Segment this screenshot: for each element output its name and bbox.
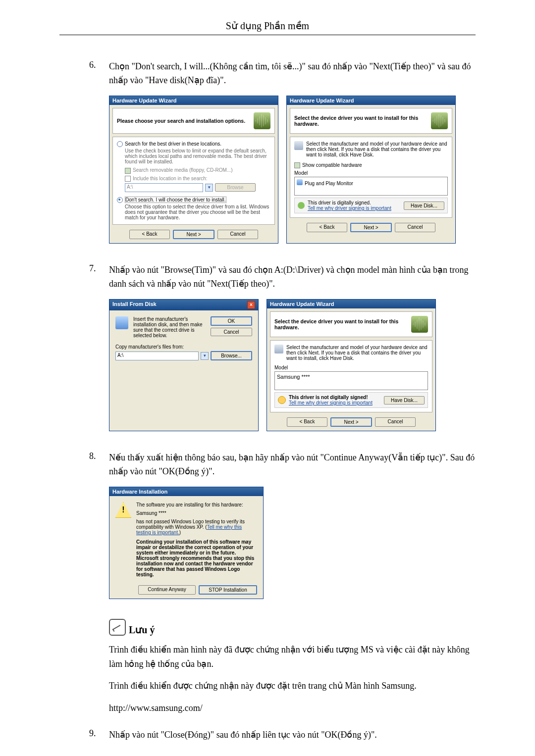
radio-dont-search-label: Don't search. I will choose the driver t… <box>125 197 226 203</box>
select-desc: Select the manufacturer and model of you… <box>286 345 428 361</box>
step-6-text: Chọn "Don't search, I will...(Không cần … <box>109 60 476 88</box>
step-8-text: Nếu thấy xuất hiện thông báo sau, bạn hã… <box>109 451 476 479</box>
checkbox-include-loc-label: Include this location in the search: <box>133 176 208 181</box>
checkbox-show-compatible[interactable] <box>294 162 300 168</box>
step-9-number: 9. <box>89 728 109 742</box>
checkbox-removable-label: Search removable media (floppy, CD-ROM..… <box>133 167 233 173</box>
hw-product: Samsung **** <box>136 510 257 516</box>
back-button[interactable]: < Back <box>129 230 170 239</box>
next-button[interactable]: Next > <box>350 223 392 232</box>
model-list[interactable]: Plug and Play Monitor <box>294 177 448 196</box>
wizard-icon <box>431 112 448 129</box>
note-p1: Trình điều khiển màn hình này đã được ch… <box>109 643 476 671</box>
dialog-title: Hardware Update Wizard <box>290 98 354 103</box>
radio-dont-search[interactable] <box>117 197 123 203</box>
model-label: Model <box>294 170 448 176</box>
step-6-number: 6. <box>89 60 109 88</box>
radio-search[interactable] <box>117 141 123 147</box>
monitor-icon <box>297 179 303 185</box>
path-field[interactable]: A:\ <box>115 352 199 360</box>
signing-link[interactable]: Tell me why driver signing is important <box>289 400 381 405</box>
dialog-title: Hardware Update Wizard <box>112 98 177 103</box>
next-button[interactable]: Next > <box>173 230 214 239</box>
close-icon[interactable]: × <box>247 301 255 309</box>
install-desc: Insert the manufacturer's installation d… <box>133 316 206 338</box>
select-desc: Select the manufacturer and model of you… <box>306 141 448 157</box>
cancel-button[interactable]: Cancel <box>211 328 252 336</box>
hw-line3b: ) <box>179 530 181 535</box>
have-disk-button[interactable]: Have Disk... <box>404 202 444 210</box>
step-8-number: 8. <box>89 451 109 479</box>
checkbox-removable[interactable] <box>125 168 131 174</box>
browse-button[interactable]: Browse... <box>211 351 252 360</box>
checkbox-show-compatible-label: Show compatible hardware <box>302 162 362 168</box>
wizard-icon <box>411 316 428 333</box>
back-button[interactable]: < Back <box>307 223 347 232</box>
wizard-icon <box>254 112 270 129</box>
not-signed-text: This driver is not digitally signed! <box>289 395 381 400</box>
model-list[interactable]: Samsung **** <box>274 371 428 390</box>
dialog-wizard-select-samsung: Hardware Update Wizard Select the device… <box>267 299 436 431</box>
path-field[interactable]: A:\ <box>125 183 203 192</box>
dialog-wizard-select: Hardware Update Wizard Select the device… <box>286 96 456 244</box>
checkbox-include-loc[interactable] <box>125 176 131 182</box>
hw-line1: The software you are installing for this… <box>136 502 257 507</box>
dialog-title: Hardware Update Wizard <box>270 301 334 307</box>
note-icon <box>109 619 126 636</box>
step-9-text: Nhấp vào nút "Close(Đóng)" sau đó nhấp l… <box>109 728 377 742</box>
ok-button[interactable]: OK <box>211 316 252 326</box>
model-item: Samsung **** <box>277 374 310 380</box>
cancel-button[interactable]: Cancel <box>395 223 435 232</box>
chapter-title: Sử dụng Phần mềm <box>59 20 476 35</box>
note-url: http://www.samsung.com/ <box>109 701 476 715</box>
signed-text: This driver is digitally signed. <box>308 200 401 205</box>
model-item: Plug and Play Monitor <box>305 181 353 186</box>
dialog-title: Install From Disk <box>112 301 157 309</box>
dialog-title: Hardware Installation <box>112 489 167 495</box>
have-disk-button[interactable]: Have Disk... <box>384 396 425 404</box>
cert-warn-icon <box>278 396 286 404</box>
dialog-header: Select the device driver you want to ins… <box>274 318 411 330</box>
model-label: Model <box>274 365 428 370</box>
dialog-wizard-search: Hardware Update Wizard Please choose you… <box>109 96 278 244</box>
dropdown-arrow-icon[interactable]: ▾ <box>201 352 209 360</box>
step-7-number: 7. <box>89 263 109 291</box>
note-p2: Trình điều khiển được chứng nhận này đượ… <box>109 679 476 693</box>
back-button[interactable]: < Back <box>287 417 327 427</box>
radio-search-label: Search for the best driver in these loca… <box>125 141 221 147</box>
disk-icon <box>274 345 283 353</box>
hw-warning: Continuing your installation of this sof… <box>136 539 257 577</box>
stop-installation-button[interactable]: STOP Installation <box>199 585 257 595</box>
floppy-icon <box>115 316 128 329</box>
step-7-text: Nhấp vào nút "Browse(Tìm)" và sau đó chọ… <box>109 263 476 291</box>
copy-from-label: Copy manufacturer's files from: <box>115 344 252 350</box>
radio-search-desc: Use the check boxes below to limit or ex… <box>125 148 270 164</box>
note-heading: Lưu ý <box>129 624 155 636</box>
cancel-button[interactable]: Cancel <box>375 417 416 427</box>
dialog-hardware-installation: Hardware Installation The software you a… <box>109 487 264 599</box>
signing-link[interactable]: Tell me why driver signing is important <box>308 205 401 211</box>
radio-dont-search-desc: Choose this option to select the device … <box>125 204 270 220</box>
continue-anyway-button[interactable]: Continue Anyway <box>138 585 196 595</box>
dialog-install-from-disk: Install From Disk× Insert the manufactur… <box>109 299 259 431</box>
next-button[interactable]: Next > <box>330 417 372 427</box>
dialog-header: Please choose your search and installati… <box>117 118 245 124</box>
cert-ok-icon <box>298 202 305 209</box>
dropdown-arrow-icon[interactable]: ▾ <box>205 184 213 192</box>
browse-button[interactable]: Browse <box>215 183 256 192</box>
warning-icon <box>115 502 131 518</box>
dialog-header: Select the device driver you want to ins… <box>294 115 431 127</box>
disk-icon <box>294 141 303 150</box>
cancel-button[interactable]: Cancel <box>217 230 258 239</box>
